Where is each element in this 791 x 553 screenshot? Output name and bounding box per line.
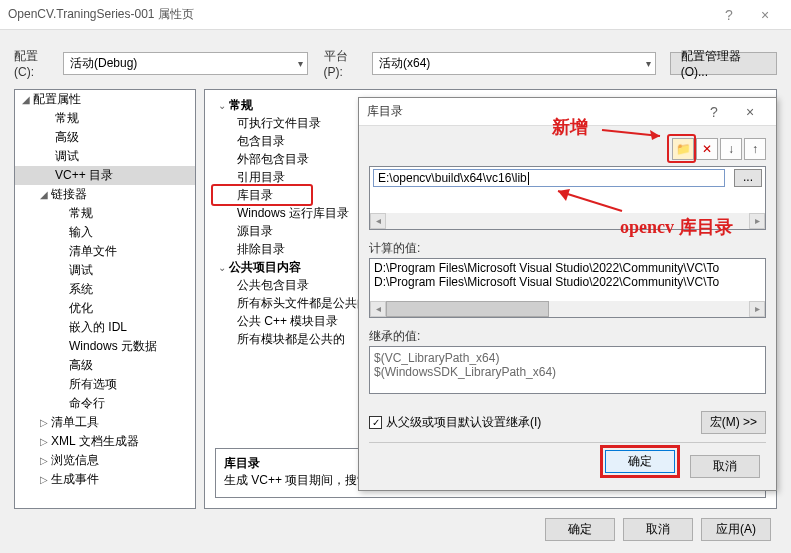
toolbar: 📁 ✕ ↓ ↑	[672, 138, 766, 160]
tree-item[interactable]: 输入	[15, 223, 195, 242]
window-title: OpenCV.TraningSeries-001 属性页	[8, 6, 711, 23]
chevron-down-icon: ▾	[646, 58, 651, 69]
close-button[interactable]: ×	[747, 7, 783, 23]
checkbox-icon: ✓	[369, 416, 382, 429]
triangle-right-icon: ▷	[37, 455, 51, 466]
move-down-button[interactable]: ↓	[720, 138, 742, 160]
tree-item[interactable]: Windows 元数据	[15, 337, 195, 356]
triangle-down-icon: ◢	[37, 189, 51, 200]
modal-titlebar: 库目录 ? ×	[359, 98, 776, 126]
calc-line: D:\Program Files\Microsoft Visual Studio…	[374, 275, 761, 289]
nav-tree[interactable]: ◢配置属性 常规 高级 调试 VC++ 目录 ◢链接器 常规 输入 清单文件 调…	[14, 89, 196, 509]
scroll-track[interactable]	[386, 213, 749, 229]
browse-button[interactable]: ...	[734, 169, 762, 187]
triangle-right-icon: ▷	[37, 417, 51, 428]
modal-title: 库目录	[367, 103, 696, 120]
path-value: E:\opencv\build\x64\vc16\lib	[378, 171, 527, 185]
new-folder-icon: 📁	[676, 142, 691, 156]
scroll-right-icon[interactable]: ▸	[749, 213, 765, 229]
tree-item[interactable]: 清单文件	[15, 242, 195, 261]
path-input[interactable]: E:\opencv\build\x64\vc16\lib	[373, 169, 725, 187]
chevron-down-icon: ⌄	[215, 100, 229, 111]
tree-item[interactable]: 常规	[15, 204, 195, 223]
platform-combo[interactable]: 活动(x64) ▾	[372, 52, 656, 75]
h-scrollbar[interactable]: ◂ ▸	[370, 301, 765, 317]
ok-button[interactable]: 确定	[545, 518, 615, 541]
annotation-highlight: 确定	[600, 445, 680, 478]
chevron-down-icon: ⌄	[215, 262, 229, 273]
triangle-right-icon: ▷	[37, 474, 51, 485]
h-scrollbar[interactable]: ◂ ▸	[370, 213, 765, 229]
calc-line: D:\Program Files\Microsoft Visual Studio…	[374, 261, 761, 275]
inherit-label: 继承的值:	[369, 328, 420, 345]
tree-item[interactable]: 嵌入的 IDL	[15, 318, 195, 337]
delete-icon: ✕	[702, 142, 712, 156]
titlebar: OpenCV.TraningSeries-001 属性页 ? ×	[0, 0, 791, 30]
config-manager-button[interactable]: 配置管理器(O)...	[670, 52, 777, 75]
calc-values: D:\Program Files\Microsoft Visual Studio…	[369, 258, 766, 318]
inherit-checkbox[interactable]: ✓ 从父级或项目默认设置继承(I)	[369, 414, 541, 431]
inherit-line: $(VC_LibraryPath_x64)	[374, 351, 761, 365]
chevron-down-icon: ▾	[298, 58, 303, 69]
tree-item[interactable]: 系统	[15, 280, 195, 299]
move-up-button[interactable]: ↑	[744, 138, 766, 160]
tree-item[interactable]: ▷XML 文档生成器	[15, 432, 195, 451]
cancel-button[interactable]: 取消	[690, 455, 760, 478]
inherit-line: $(WindowsSDK_LibraryPath_x64)	[374, 365, 761, 379]
scroll-right-icon[interactable]: ▸	[749, 301, 765, 317]
checkbox-label: 从父级或项目默认设置继承(I)	[386, 414, 541, 431]
arrow-up-icon: ↑	[752, 142, 758, 156]
inherit-values: $(VC_LibraryPath_x64) $(WindowsSDK_Libra…	[369, 346, 766, 394]
cancel-button[interactable]: 取消	[623, 518, 693, 541]
dialog-footer: 确定 取消 应用(A)	[545, 518, 771, 541]
config-row: 配置(C): 活动(Debug) ▾ 平台(P): 活动(x64) ▾ 配置管理…	[0, 30, 791, 89]
tree-item[interactable]: 常规	[15, 109, 195, 128]
apply-button[interactable]: 应用(A)	[701, 518, 771, 541]
platform-value: 活动(x64)	[379, 55, 430, 72]
tree-item[interactable]: 调试	[15, 147, 195, 166]
path-list[interactable]: E:\opencv\build\x64\vc16\lib ... ◂ ▸	[369, 166, 766, 230]
tree-item[interactable]: 命令行	[15, 394, 195, 413]
delete-button[interactable]: ✕	[696, 138, 718, 160]
close-button[interactable]: ×	[732, 104, 768, 120]
config-label: 配置(C):	[14, 48, 57, 79]
triangle-right-icon: ▷	[37, 436, 51, 447]
tree-item[interactable]: 调试	[15, 261, 195, 280]
arrow-down-icon: ↓	[728, 142, 734, 156]
triangle-down-icon: ◢	[19, 94, 33, 105]
text-cursor	[528, 172, 529, 185]
help-button[interactable]: ?	[696, 104, 732, 120]
tree-item[interactable]: 高级	[15, 128, 195, 147]
scroll-left-icon[interactable]: ◂	[370, 301, 386, 317]
tree-item[interactable]: 优化	[15, 299, 195, 318]
ok-button[interactable]: 确定	[605, 450, 675, 473]
tree-item[interactable]: ▷浏览信息	[15, 451, 195, 470]
tree-root[interactable]: ◢配置属性	[15, 90, 195, 109]
desc-body: 生成 VC++ 项目期间，搜索	[224, 473, 369, 487]
tree-item[interactable]: ▷生成事件	[15, 470, 195, 489]
config-value: 活动(Debug)	[70, 55, 137, 72]
tree-item[interactable]: 所有选项	[15, 375, 195, 394]
platform-label: 平台(P):	[324, 48, 366, 79]
tree-item-vcdirs[interactable]: VC++ 目录	[15, 166, 195, 185]
config-combo[interactable]: 活动(Debug) ▾	[63, 52, 308, 75]
lib-dirs-dialog: 库目录 ? × 📁 ✕ ↓ ↑ E:\opencv\build\x64\vc16…	[358, 97, 777, 491]
desc-title: 库目录	[224, 456, 260, 470]
scroll-track[interactable]	[386, 301, 749, 317]
tree-linker[interactable]: ◢链接器	[15, 185, 195, 204]
new-line-button[interactable]: 📁	[672, 138, 694, 160]
calc-label: 计算的值:	[369, 240, 420, 257]
macro-button[interactable]: 宏(M) >>	[701, 411, 766, 434]
scroll-left-icon[interactable]: ◂	[370, 213, 386, 229]
divider	[369, 442, 766, 443]
tree-item[interactable]: 高级	[15, 356, 195, 375]
tree-item[interactable]: ▷清单工具	[15, 413, 195, 432]
help-button[interactable]: ?	[711, 7, 747, 23]
